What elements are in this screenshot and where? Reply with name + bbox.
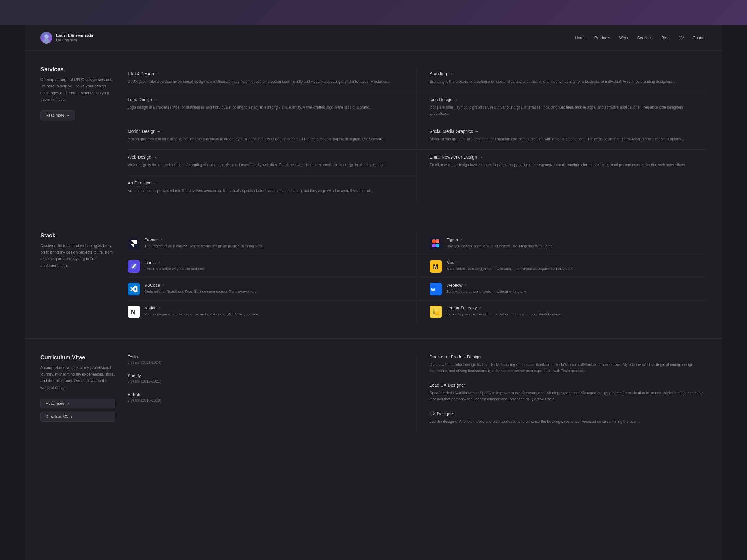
notion-name[interactable]: Notion ↗ bbox=[145, 305, 259, 310]
service-desc-icon: Icons are small, symbolic graphics used … bbox=[430, 105, 700, 117]
service-desc-art: Art direction is a specialized role that… bbox=[128, 188, 404, 194]
service-name-motion[interactable]: Motion Design → bbox=[128, 129, 404, 134]
header: Lauri Lännenmäki UX Engineer Home Produc… bbox=[25, 25, 722, 51]
svg-rect-4 bbox=[432, 239, 436, 243]
cv-role-airbnb: UX Designer bbox=[430, 411, 706, 416]
tool-lemon: 🍋 Lemon Squeezy ↗ Lemon Squeezy is the a… bbox=[417, 300, 706, 323]
miro-desc: Build, iterate, and design faster with M… bbox=[446, 266, 573, 272]
job-airbnb: Airbnb 2 years (2016-2018) bbox=[128, 392, 404, 403]
linear-desc: Linear is a better wayto build products. bbox=[145, 266, 206, 272]
svg-point-0 bbox=[44, 34, 49, 38]
svg-rect-6 bbox=[432, 244, 436, 247]
cv-download-button[interactable]: Download CV ↓ bbox=[41, 411, 115, 422]
job-airbnb-company: Airbnb bbox=[128, 392, 404, 397]
nav-cv[interactable]: CV bbox=[678, 35, 684, 40]
service-item-art: Art Direction → Art direction is a speci… bbox=[128, 176, 417, 201]
page-wrapper: Lauri Lännenmäki UX Engineer Home Produc… bbox=[25, 25, 722, 560]
linear-ext-link: ↗ bbox=[158, 261, 160, 264]
header-identity: Lauri Lännenmäki UX Engineer bbox=[41, 32, 93, 44]
service-item-branding: Branding → Branding is the process of cr… bbox=[417, 66, 706, 92]
miro-ext-link: ↗ bbox=[456, 261, 459, 264]
services-title: Services bbox=[41, 66, 115, 73]
download-icon: ↓ bbox=[70, 415, 72, 419]
svg-point-1 bbox=[43, 38, 50, 44]
job-spotify: Spotify 3 years (2018-2021) bbox=[128, 373, 404, 383]
service-name-email[interactable]: Email Newsletter Design → bbox=[430, 155, 700, 160]
framer-name[interactable]: Framer ↗ bbox=[145, 237, 263, 242]
svg-point-7 bbox=[436, 244, 439, 247]
arrow-right-icon: → bbox=[66, 113, 70, 117]
figma-name[interactable]: Figma ↗ bbox=[446, 237, 554, 242]
tool-webflow: W Webflow ↗ Build with the power of code… bbox=[417, 278, 706, 300]
header-role: UX Engineer bbox=[56, 38, 93, 42]
figma-ext-link: ↗ bbox=[460, 238, 462, 241]
service-name-social[interactable]: Social Media Graphics → bbox=[430, 129, 700, 134]
tool-framer: Framer ↗ The internet is your canvas. Wh… bbox=[128, 232, 417, 255]
service-item-logo: Logo Design → Logo design is a crucial s… bbox=[128, 92, 417, 124]
avatar bbox=[41, 32, 52, 44]
lemon-logo: 🍋 bbox=[430, 305, 442, 318]
tool-linear: Linear ↗ Linear is a better wayto build … bbox=[128, 255, 417, 278]
service-desc-email: Email newsletter design involves creatin… bbox=[430, 162, 700, 168]
services-read-more-button[interactable]: Read more → bbox=[41, 110, 75, 121]
cv-details: Director of Product Design Oversaw the p… bbox=[417, 354, 706, 434]
cv-read-more-button[interactable]: Read more → bbox=[41, 399, 115, 408]
vscode-info: VSCode ↗ Code editing. Redefined. Free. … bbox=[145, 283, 258, 294]
linear-name[interactable]: Linear ↗ bbox=[145, 260, 206, 265]
avatar-image bbox=[41, 32, 52, 44]
framer-info: Framer ↗ The internet is your canvas. Wh… bbox=[145, 237, 263, 249]
nav-products[interactable]: Products bbox=[594, 35, 610, 40]
stack-desc: Discover the tools and technologies I re… bbox=[41, 243, 115, 269]
service-name-icon[interactable]: Icon Design → bbox=[430, 97, 700, 102]
nav-blog[interactable]: Blog bbox=[662, 35, 670, 40]
service-name-branding[interactable]: Branding → bbox=[430, 71, 700, 76]
vscode-name[interactable]: VSCode ↗ bbox=[145, 283, 258, 288]
lemon-ext-link: ↗ bbox=[479, 306, 481, 310]
webflow-logo: W bbox=[430, 283, 442, 295]
svg-text:M: M bbox=[433, 263, 438, 270]
service-desc-uiux: UI/UX (User Interface/User Experience) d… bbox=[128, 79, 404, 85]
linear-info: Linear ↗ Linear is a better wayto build … bbox=[145, 260, 206, 272]
lemon-name[interactable]: Lemon Squeezy ↗ bbox=[446, 305, 563, 310]
figma-info: Figma ↗ How you design, align, and build… bbox=[446, 237, 554, 249]
services-left: Services Offering a range of UI/UX desig… bbox=[41, 66, 128, 201]
service-item-web: Web Design → Web design is the art and s… bbox=[128, 150, 417, 176]
cv-detail-tesla: Director of Product Design Oversaw the p… bbox=[430, 354, 706, 374]
tool-vscode: VSCode ↗ Code editing. Redefined. Free. … bbox=[128, 278, 417, 300]
miro-name[interactable]: Miro ↗ bbox=[446, 260, 573, 265]
cv-role-spotify: Lead UX Designer bbox=[430, 383, 706, 388]
nav-home[interactable]: Home bbox=[575, 35, 586, 40]
service-name-logo[interactable]: Logo Design → bbox=[128, 97, 404, 102]
framer-ext-link: ↗ bbox=[160, 238, 162, 241]
figma-desc: How you design, align, and build matters… bbox=[446, 243, 554, 249]
linear-logo bbox=[128, 260, 140, 272]
service-desc-motion: Motion graphics combine graphic design a… bbox=[128, 136, 404, 142]
service-name-art[interactable]: Art Direction → bbox=[128, 181, 404, 185]
vscode-desc: Code editing. Redefined. Free. Built on … bbox=[145, 289, 258, 294]
cv-jobs-list: Tesla 3 years (2021-2024) Spotify 3 year… bbox=[128, 354, 417, 434]
header-name-block: Lauri Lännenmäki UX Engineer bbox=[56, 33, 93, 42]
cv-section: Curriculum Vitae A comprehensive look at… bbox=[25, 339, 722, 449]
webflow-name[interactable]: Webflow ↗ bbox=[446, 283, 527, 288]
cv-desc-airbnb: Led the design of Airbnb's mobile and we… bbox=[430, 419, 706, 425]
tool-notion: N Notion ↗ Your workspace to write, orga… bbox=[128, 300, 417, 323]
cv-desc-tesla: Oversaw the product design team at Tesla… bbox=[430, 362, 706, 374]
service-name-web[interactable]: Web Design → bbox=[128, 155, 404, 160]
service-item-social: Social Media Graphics → Social media gra… bbox=[417, 124, 706, 150]
arrow-right-icon: → bbox=[66, 401, 70, 406]
job-tesla-duration: 3 years (2021-2024) bbox=[128, 360, 404, 365]
cv-buttons: Read more → Download CV ↓ bbox=[41, 399, 115, 422]
nav-contact[interactable]: Contact bbox=[693, 35, 706, 40]
svg-point-10 bbox=[133, 265, 135, 267]
job-spotify-duration: 3 years (2018-2021) bbox=[128, 379, 404, 383]
service-name-uiux[interactable]: UI/UX Design → bbox=[128, 71, 404, 76]
cv-desc: A comprehensive look at my professional … bbox=[41, 365, 115, 391]
nav-services[interactable]: Services bbox=[637, 35, 653, 40]
stack-left: Stack Discover the tools and technologie… bbox=[41, 232, 128, 323]
webflow-info: Webflow ↗ Build with the power of code —… bbox=[446, 283, 527, 294]
nav-work[interactable]: Work bbox=[619, 35, 628, 40]
service-item-uiux: UI/UX Design → UI/UX (User Interface/Use… bbox=[128, 66, 417, 92]
tool-figma: Figma ↗ How you design, align, and build… bbox=[417, 232, 706, 255]
service-item-icon: Icon Design → Icons are small, symbolic … bbox=[417, 92, 706, 124]
webflow-desc: Build with the power of code — without w… bbox=[446, 289, 527, 294]
